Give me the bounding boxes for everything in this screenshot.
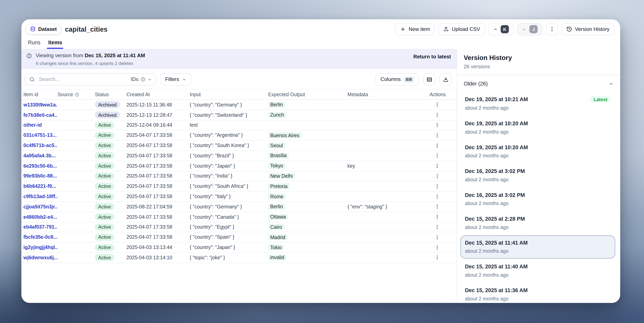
new-item-label: New item [409, 26, 430, 32]
created-at-cell: 2025-04-03 13:13:44 [126, 245, 190, 250]
row-height-button[interactable] [423, 73, 435, 86]
row-actions-button[interactable] [434, 204, 440, 209]
table-row: eb4af037-791... Active 2025-04-07 17:33:… [21, 222, 457, 232]
status-badge: Active [95, 224, 114, 231]
tab-items[interactable]: Items [48, 39, 62, 49]
item-id-link[interactable]: ig2yjingjj4hql... [23, 245, 57, 250]
item-id-link[interactable]: 4a95afa4-3b... [23, 153, 57, 159]
actions-cell [430, 234, 457, 240]
version-item[interactable]: Dec 19, 2025 at 10:20 AM about 2 months … [460, 116, 615, 139]
status-cell: Active [95, 224, 126, 231]
status-cell: Active [95, 162, 126, 169]
expected-output-cell: Berlin [268, 204, 348, 210]
row-actions-button[interactable] [434, 214, 440, 219]
upload-csv-button[interactable]: Upload CSV [438, 23, 485, 35]
item-id-link[interactable]: fe7b38e0-ca4... [23, 112, 57, 118]
version-item[interactable]: Dec 15, 2025 at 11:40 AM about 2 months … [460, 259, 615, 282]
created-at-cell: 2025-04-07 17:33:58 [126, 194, 190, 199]
version-item[interactable]: Dec 15, 2025 at 11:36 AM about 2 months … [460, 283, 615, 303]
item-id-link[interactable]: wj6dwrwxu6j... [23, 255, 57, 260]
version-relative-time: about 2 months ago [465, 248, 611, 254]
columns-button[interactable]: Columns 8/8 [376, 73, 419, 86]
item-id-link[interactable]: 99e93b0c-88... [23, 173, 57, 179]
plus-icon [400, 26, 406, 32]
version-item[interactable]: Dec 19, 2025 at 10:20 AM about 2 months … [460, 140, 615, 163]
latest-badge: Latest [590, 96, 611, 103]
search-box[interactable]: IDs [25, 73, 156, 86]
expected-output-cell: New Delhi [268, 173, 348, 179]
row-actions-button[interactable] [434, 102, 440, 108]
desktop-background: Dataset capital_cities New item Upload C… [0, 0, 644, 323]
row-actions-button[interactable] [434, 153, 440, 158]
version-date: Dec 19, 2025 at 10:21 AM [465, 96, 528, 102]
row-actions-button[interactable] [434, 194, 440, 199]
more-options-button[interactable] [546, 23, 558, 35]
table-body: w1330t9ww1a... Archived 2025-12-15 11:36… [21, 100, 457, 263]
row-actions-button[interactable] [434, 163, 440, 169]
row-actions-button[interactable] [434, 133, 440, 138]
status-badge: Active [95, 142, 114, 149]
expected-output-value: Ottawa [268, 214, 288, 220]
secondary-avatar-button[interactable]: J [517, 23, 542, 35]
filters-button[interactable]: Filters [160, 73, 192, 86]
version-item[interactable]: Dec 16, 2025 at 3:02 PM about 2 months a… [460, 188, 615, 211]
return-to-latest-link[interactable]: Return to latest [414, 54, 451, 60]
version-relative-time: about 2 months ago [465, 272, 611, 278]
status-cell: Active [95, 152, 126, 159]
row-actions-button[interactable] [434, 224, 440, 230]
table-row: c9fb13ad-18ff... Active 2025-04-07 17:33… [21, 192, 457, 202]
download-icon [442, 76, 448, 82]
version-item[interactable]: Dec 19, 2025 at 10:21 AM Latest about 2 … [460, 92, 615, 115]
expected-output-cell: invalid [268, 255, 348, 260]
item-id-link[interactable]: b6b64221-f9... [23, 183, 57, 189]
version-item[interactable]: Dec 15, 2025 at 2:28 PM about 2 months a… [460, 212, 615, 234]
expected-output-cell: Brasília [268, 153, 348, 159]
version-relative-time: about 2 months ago [465, 153, 611, 159]
item-id-link[interactable]: 0c4f671b-ac5... [23, 143, 57, 148]
new-item-button[interactable]: New item [395, 23, 435, 35]
item-id-link[interactable]: e4860bb2-e4... [23, 214, 57, 220]
row-actions-button[interactable] [434, 234, 440, 240]
dataset-badge-label: Dataset [38, 26, 57, 32]
created-at-cell: 2025-04-03 13:14:10 [126, 255, 190, 260]
version-item[interactable]: Dec 16, 2025 at 3:02 PM about 2 months a… [460, 164, 615, 187]
dataset-badge: Dataset [26, 24, 61, 34]
search-input[interactable] [38, 76, 128, 83]
item-id-link[interactable]: cjjoa5it75n3jr... [23, 204, 57, 210]
expected-output-value: Seoul [268, 143, 285, 148]
row-actions-button[interactable] [434, 123, 440, 128]
item-id-link[interactable]: c9fb13ad-18ff... [23, 194, 57, 199]
expected-output-cell: Pretoria [268, 183, 348, 189]
row-actions-button[interactable] [434, 184, 440, 189]
row-actions-button[interactable] [434, 245, 440, 250]
item-id-link[interactable]: 6e293c50-6b... [23, 163, 57, 169]
avatar-j: J [530, 25, 538, 34]
download-button[interactable] [440, 73, 452, 86]
version-history-button[interactable]: Version History [561, 23, 614, 35]
tab-bar: Runs Items [21, 37, 620, 49]
filters-label: Filters [165, 76, 179, 82]
tab-runs[interactable]: Runs [28, 39, 40, 49]
status-cell: Active [95, 254, 126, 261]
version-history-label: Version History [575, 26, 610, 32]
row-actions-button[interactable] [434, 255, 440, 260]
item-id-link[interactable]: fbcfe35e-0c8... [23, 234, 57, 240]
database-icon [30, 26, 36, 32]
item-id-link[interactable]: other-id [23, 122, 57, 128]
version-item[interactable]: Dec 15, 2025 at 11:41 AM about 2 months … [460, 235, 615, 258]
table-row: 031c4751-13... Active 2025-04-07 17:33:5… [21, 130, 457, 141]
search-scope-select[interactable]: IDs [131, 76, 152, 82]
row-actions-button[interactable] [434, 173, 440, 179]
row-actions-button[interactable] [434, 143, 440, 148]
status-cell: Active [95, 142, 126, 149]
row-actions-button[interactable] [434, 112, 440, 118]
item-id-link[interactable]: 031c4751-13... [23, 132, 57, 138]
input-cell: { "country": "Brazil" } [190, 153, 268, 159]
item-id-link[interactable]: w1330t9ww1a... [23, 102, 57, 108]
item-id-link[interactable]: eb4af037-791... [23, 224, 57, 230]
column-header-item-id: Item id [23, 92, 57, 97]
status-cell: Active [95, 213, 126, 220]
primary-avatar-button[interactable]: K [488, 23, 514, 35]
expected-output-cell: Buenos Aires [268, 132, 348, 138]
older-section-toggle[interactable]: Older (26) [457, 75, 620, 89]
